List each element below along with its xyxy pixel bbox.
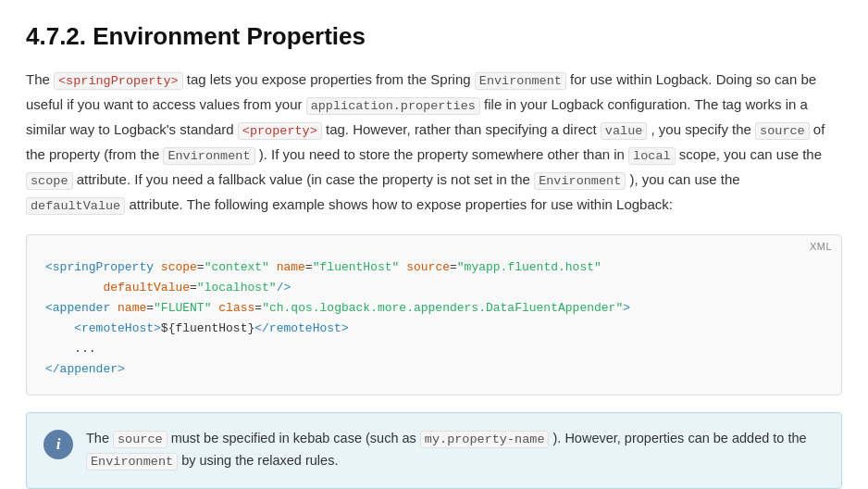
default-value-inline: defaultValue (26, 197, 125, 215)
info-icon: i (43, 430, 73, 459)
code-block: <springProperty scope="context" name="fl… (45, 257, 823, 381)
code-block-container: XML <springProperty scope="context" name… (26, 234, 842, 396)
environment-inline-3: Environment (534, 172, 626, 190)
source-inline-1: source (755, 122, 810, 140)
local-inline: local (628, 147, 676, 165)
page-title: 4.7.2. Environment Properties (26, 22, 842, 51)
property-name-inline: my.property-name (420, 431, 550, 448)
value-inline: value (601, 122, 648, 140)
environment-inline-2: Environment (163, 147, 254, 165)
info-box-text: The source must be specified in kebab ca… (86, 428, 825, 473)
source-inline-info: source (113, 431, 167, 448)
description-paragraph: The <springProperty> tag lets you expose… (26, 68, 842, 218)
spring-property-tag-inline: <springProperty> (54, 72, 183, 90)
environment-inline-info: Environment (86, 453, 178, 470)
application-properties-inline: application.properties (306, 97, 480, 115)
scope-inline: scope (26, 172, 73, 190)
property-tag-inline: <property> (238, 122, 322, 140)
info-box: i The source must be specified in kebab … (26, 412, 842, 489)
environment-inline-1: Environment (475, 72, 566, 90)
code-block-label: XML (810, 241, 832, 252)
